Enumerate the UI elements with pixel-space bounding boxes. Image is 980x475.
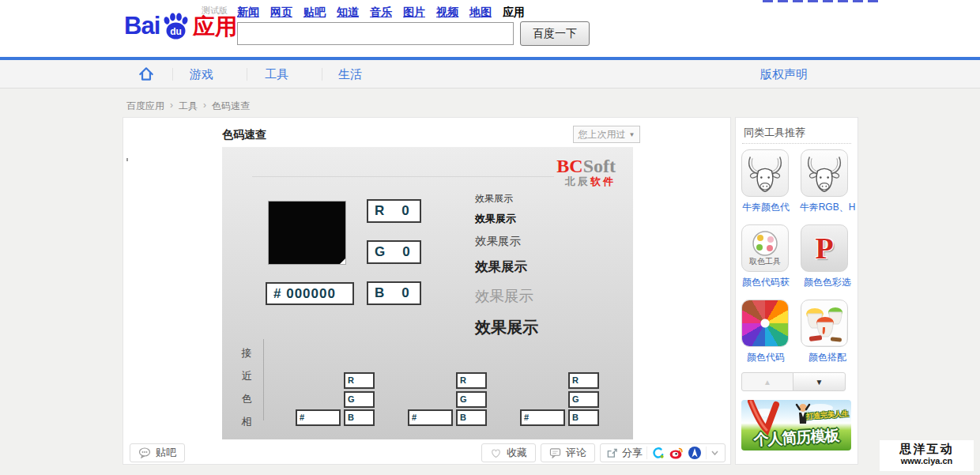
copyright-link[interactable]: 版权声明 bbox=[760, 67, 808, 82]
sidebar-tool-label[interactable]: 牛奔颜色代 bbox=[735, 201, 797, 214]
nearby3-hex-input[interactable]: # bbox=[520, 409, 565, 426]
page-header: Bai du 应用 测试版 新闻 网页 贴吧 知道 音乐 图片 视频 地图 应用… bbox=[0, 0, 980, 57]
watermark-name: 思洋互动 bbox=[880, 443, 974, 456]
sidebar-tool-color-codes[interactable] bbox=[741, 300, 789, 347]
baidu-paw-icon: du bbox=[160, 13, 190, 41]
navbar-separator bbox=[172, 68, 173, 81]
near-char: 近 bbox=[240, 369, 253, 383]
top-nav-zhidao[interactable]: 知道 bbox=[337, 6, 359, 20]
nearby3-r-input[interactable]: R bbox=[568, 372, 599, 389]
navbar-item-tools[interactable]: 工具 bbox=[265, 67, 288, 82]
baidu-logo[interactable]: Bai du 应用 测试版 bbox=[124, 13, 237, 40]
sidebar-tool-bull-color[interactable] bbox=[741, 149, 789, 197]
sidebar-tool-bull-rgb[interactable] bbox=[801, 149, 848, 197]
effect-sample: 效果展示 bbox=[475, 258, 538, 276]
navbar-separator bbox=[322, 68, 322, 81]
effect-sample: 效果展示 bbox=[475, 317, 538, 338]
navbar-item-games[interactable]: 游戏 bbox=[190, 67, 213, 82]
sidebar-tool-label[interactable]: 颜色代码 bbox=[735, 351, 797, 364]
near-char: 色 bbox=[240, 392, 253, 406]
nearby2-hex-input[interactable]: # bbox=[408, 409, 453, 426]
sidebar-tool-p-picker[interactable]: P bbox=[801, 224, 848, 272]
top-nav-music[interactable]: 音乐 bbox=[370, 6, 392, 20]
effect-sample: 效果展示 bbox=[475, 234, 538, 249]
card-action-toolbar: 收藏 评论 分享 bbox=[481, 443, 726, 462]
compass-share-icon[interactable] bbox=[688, 446, 702, 460]
nearby1-r-input[interactable]: R bbox=[344, 372, 375, 389]
nearby-color-group-3: R G B # bbox=[520, 372, 664, 428]
sidebar-page-up-button[interactable]: ▲ bbox=[741, 372, 793, 391]
share-label[interactable]: 分享 bbox=[622, 446, 643, 460]
home-icon[interactable] bbox=[138, 66, 155, 83]
nearby2-r-input[interactable]: R bbox=[456, 372, 487, 389]
tieba-button[interactable]: 贴吧 bbox=[130, 443, 185, 462]
breadcrumb-tools[interactable]: 工具 bbox=[179, 100, 198, 113]
sidebar-tool-label[interactable]: 牛奔RGB、H bbox=[797, 201, 858, 214]
breadcrumb-home[interactable]: 百度应用 bbox=[126, 100, 164, 113]
hex-color-input[interactable]: # 000000 bbox=[266, 282, 354, 305]
sidebar-tool-label[interactable]: 颜色代码获 bbox=[735, 276, 797, 289]
red-value: 0 bbox=[401, 203, 409, 219]
navbar-item-life[interactable]: 生活 bbox=[338, 67, 362, 82]
paint-buckets-icon bbox=[802, 301, 846, 345]
red-value-input[interactable]: R 0 bbox=[367, 199, 421, 223]
search-button[interactable]: 百度一下 bbox=[520, 21, 590, 46]
sidebar-page-down-button[interactable]: ▼ bbox=[793, 372, 846, 391]
breadcrumb-separator: › bbox=[170, 100, 173, 113]
share-icon[interactable] bbox=[606, 447, 618, 459]
sidebar-tool-label[interactable]: 颜色搭配 bbox=[797, 351, 858, 364]
more-share-chevron-icon[interactable] bbox=[710, 449, 719, 457]
hex-color-value: # 000000 bbox=[273, 286, 336, 302]
top-nav-news[interactable]: 新闻 bbox=[237, 6, 259, 20]
blue-value: 0 bbox=[401, 285, 409, 301]
sidebar-tool-label[interactable]: 颜色色彩选 bbox=[797, 276, 858, 289]
top-nav-video[interactable]: 视频 bbox=[436, 6, 458, 20]
nearby-hues-label: 接 近 色 相 bbox=[240, 346, 253, 438]
comment-icon bbox=[549, 447, 561, 458]
nearby2-b-input[interactable]: B bbox=[456, 409, 487, 426]
collect-button[interactable]: 收藏 bbox=[481, 443, 536, 462]
blue-value-input[interactable]: B 0 bbox=[367, 281, 421, 305]
effect-sample: 效果展示 bbox=[475, 212, 538, 226]
top-nav-app-active: 应用 bbox=[503, 6, 525, 20]
top-nav-image[interactable]: 图片 bbox=[403, 6, 425, 20]
blue-label: B bbox=[375, 285, 384, 301]
sina-weibo-icon[interactable] bbox=[669, 446, 684, 460]
arrow-up-icon: ▲ bbox=[763, 378, 771, 386]
sidebar-tool-color-picker[interactable]: 取色工具 bbox=[741, 224, 789, 272]
near-char: 相 bbox=[240, 415, 253, 429]
tencent-weibo-icon[interactable] bbox=[651, 446, 665, 460]
top-nav-tieba[interactable]: 贴吧 bbox=[303, 6, 326, 20]
bull-sketch-icon bbox=[743, 151, 787, 195]
brand-bc: BC bbox=[556, 156, 582, 176]
speech-bubble-icon bbox=[138, 447, 151, 458]
palette-icon bbox=[749, 229, 781, 258]
dotted-divider bbox=[742, 143, 851, 144]
top-nav-web[interactable]: 网页 bbox=[270, 6, 292, 20]
green-value-input[interactable]: G 0 bbox=[367, 240, 421, 264]
nearby3-g-input[interactable]: G bbox=[568, 391, 599, 408]
comment-button[interactable]: 评论 bbox=[541, 443, 595, 462]
arrow-down-icon: ▼ bbox=[816, 378, 824, 386]
resume-ad-banner[interactable]: 打造完美人生 个人简历模板 bbox=[741, 400, 851, 450]
category-navbar: 游戏 工具 生活 版权声明 bbox=[0, 60, 980, 89]
top-nav-map[interactable]: 地图 bbox=[469, 6, 492, 20]
breadcrumb: 百度应用 › 工具 › 色码速查 bbox=[126, 100, 250, 113]
nearby1-g-input[interactable]: G bbox=[344, 391, 375, 408]
collect-label: 收藏 bbox=[507, 446, 527, 460]
sidebar-title: 同类工具推荐 bbox=[744, 126, 805, 140]
nearby1-b-input[interactable]: B bbox=[344, 409, 375, 426]
near-char: 接 bbox=[240, 346, 253, 360]
search-input[interactable] bbox=[237, 22, 514, 45]
last-used-dropdown[interactable]: 您上次用过 ▼ bbox=[573, 126, 640, 143]
sidebar-tool-color-match[interactable] bbox=[801, 300, 848, 347]
siyang-watermark: 思洋互动 www.ciya.cn bbox=[880, 440, 974, 471]
color-preview-swatch[interactable] bbox=[268, 201, 346, 265]
nearby2-g-input[interactable]: G bbox=[456, 391, 487, 408]
nearby1-hex-input[interactable]: # bbox=[296, 409, 341, 426]
share-group: 分享 bbox=[600, 443, 726, 462]
breadcrumb-separator: › bbox=[203, 100, 206, 113]
svg-text:du: du bbox=[170, 26, 182, 37]
resize-grip-icon[interactable] bbox=[340, 258, 345, 264]
nearby3-b-input[interactable]: B bbox=[568, 409, 599, 426]
